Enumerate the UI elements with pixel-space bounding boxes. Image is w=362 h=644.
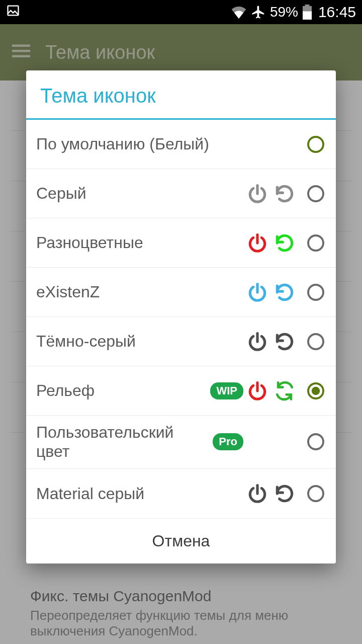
- power-icon: [246, 431, 268, 453]
- rotate-icon: [274, 331, 296, 353]
- theme-option[interactable]: Разноцветные: [26, 218, 336, 268]
- rotate-icon: [274, 281, 296, 303]
- theme-option[interactable]: По умолчанию (Белый): [26, 120, 336, 169]
- clock: 16:45: [318, 4, 356, 21]
- theme-preview-icons: [246, 482, 296, 505]
- theme-preview-icons: [246, 331, 296, 353]
- rotate-icon: [274, 482, 296, 505]
- badge: Pro: [213, 433, 243, 450]
- radio-button[interactable]: [306, 484, 326, 504]
- radio-button[interactable]: [306, 432, 326, 452]
- theme-option[interactable]: Серый: [26, 169, 336, 218]
- rotate-icon: [274, 133, 296, 155]
- cancel-button[interactable]: Отмена: [26, 518, 336, 564]
- theme-label: eXistenZ: [36, 275, 243, 308]
- wifi-icon: [231, 6, 247, 19]
- theme-preview-icons: [246, 232, 296, 254]
- rotate-icon: [274, 232, 296, 254]
- radio-button[interactable]: [306, 233, 326, 253]
- radio-button[interactable]: [306, 381, 326, 401]
- radio-button[interactable]: [306, 134, 326, 154]
- theme-option[interactable]: Тёмно-серый: [26, 317, 336, 366]
- status-bar: 59% 16:45: [0, 0, 362, 24]
- svg-point-8: [308, 186, 323, 201]
- theme-preview-icons: [246, 133, 296, 155]
- theme-option[interactable]: Пользовательский цветPro: [26, 416, 336, 469]
- theme-preview-icons: [246, 281, 296, 303]
- theme-label: Material серый: [36, 477, 243, 510]
- radio-button[interactable]: [306, 332, 326, 352]
- theme-option[interactable]: eXistenZ: [26, 268, 336, 317]
- theme-label: Разноцветные: [36, 226, 243, 259]
- power-icon: [246, 133, 268, 155]
- power-icon: [246, 482, 268, 505]
- rotate-icon: [274, 431, 296, 453]
- theme-option[interactable]: РельефWIP: [26, 366, 336, 416]
- picture-icon: [6, 4, 20, 21]
- svg-point-14: [308, 434, 323, 449]
- theme-label: Рельеф: [36, 374, 208, 407]
- svg-rect-2: [303, 12, 312, 20]
- power-icon: [246, 281, 268, 303]
- badge: WIP: [210, 382, 243, 399]
- theme-option[interactable]: Material серый: [26, 469, 336, 518]
- radio-button[interactable]: [306, 184, 326, 204]
- theme-preview-icons: [246, 183, 296, 205]
- power-icon: [246, 380, 268, 402]
- svg-point-15: [308, 486, 323, 501]
- theme-preview-icons: [246, 431, 296, 453]
- icon-theme-dialog: Тема иконок По умолчанию (Белый)СерыйРаз…: [26, 70, 336, 564]
- radio-button[interactable]: [306, 282, 326, 302]
- airplane-icon: [251, 5, 266, 20]
- theme-list: По умолчанию (Белый)СерыйРазноцветныеeXi…: [26, 120, 336, 518]
- theme-preview-icons: [246, 380, 296, 402]
- dialog-title: Тема иконок: [26, 70, 336, 120]
- battery-icon: [302, 5, 312, 20]
- sync-icon: [274, 380, 296, 402]
- svg-point-10: [308, 285, 323, 300]
- theme-label: Тёмно-серый: [36, 325, 243, 358]
- theme-label: По умолчанию (Белый): [36, 127, 243, 160]
- svg-point-13: [312, 386, 320, 395]
- svg-point-11: [308, 334, 323, 349]
- svg-point-9: [308, 235, 323, 251]
- theme-label: Серый: [36, 177, 243, 210]
- power-icon: [246, 232, 268, 254]
- battery-percent: 59%: [270, 4, 298, 20]
- power-icon: [246, 183, 268, 205]
- svg-point-7: [308, 137, 323, 152]
- rotate-icon: [274, 183, 296, 205]
- svg-rect-3: [305, 5, 309, 6]
- theme-label: Пользовательский цвет: [36, 416, 211, 468]
- power-icon: [246, 331, 268, 353]
